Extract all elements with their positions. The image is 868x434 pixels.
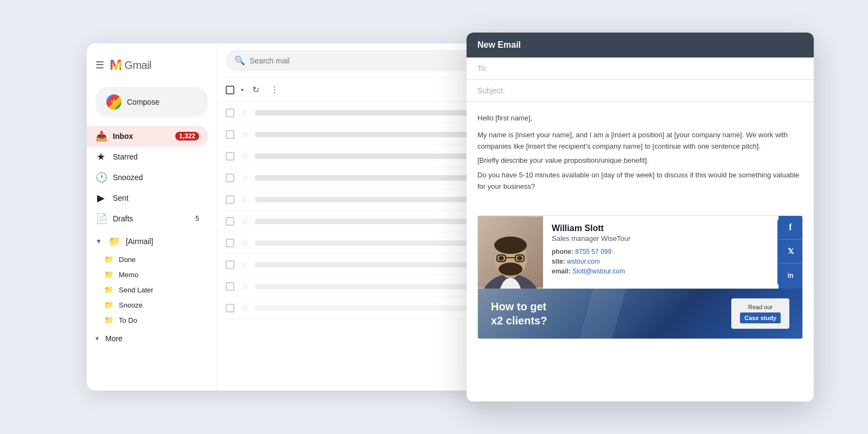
compose-button[interactable]: + Compose [95,87,208,117]
email-checkbox[interactable] [226,130,234,139]
sidebar-item-done[interactable]: 📁 Done [87,252,216,267]
twitter-button[interactable]: 𝕏 [778,240,802,264]
compose-to-field[interactable]: To: [467,58,814,80]
sidebar-item-sent[interactable]: ▶ Sent [87,188,208,208]
starred-icon: ★ [95,151,106,163]
email-preview [255,175,490,181]
email-preview [255,219,490,224]
search-input[interactable] [250,56,482,65]
email-preview [255,284,490,289]
snooze-folder-icon: 📁 [104,301,113,309]
signature-social: f 𝕏 in [778,216,802,289]
star-icon[interactable]: ☆ [241,259,248,270]
sidebar-item-send-later[interactable]: 📁 Send Later [87,282,216,297]
signature-email: email: Slott@wstour.com [552,267,769,275]
star-icon[interactable]: ☆ [241,194,248,205]
email-preview [255,240,490,246]
drafts-label: Drafts [113,214,133,223]
svg-point-6 [494,237,527,254]
table-row[interactable]: ☆ [217,145,499,167]
email-preview [255,132,490,137]
table-row[interactable]: ☆ [217,232,499,254]
facebook-button[interactable]: f [778,216,802,240]
table-row[interactable]: ☆ [217,276,499,297]
banner-diagonal [580,289,626,339]
star-icon[interactable]: ☆ [241,303,248,313]
email-checkbox[interactable] [226,108,234,117]
gmail-m-icon: M [110,56,122,74]
email-toolbar: 🔍 [217,43,499,78]
svg-point-7 [499,263,522,276]
compose-subject-field[interactable]: Subject: [467,80,814,102]
sidebar-item-inbox[interactable]: 📥 Inbox 1,322 [87,126,208,146]
more-chevron-icon: ▾ [95,335,99,342]
body-greeting: Hello [first name], [477,113,803,124]
airmail-label: [Airmail] [126,237,154,246]
signature-inner: William Slott Sales manager WiseTour pho… [478,216,802,289]
compose-window-title: New Email [477,40,521,49]
table-row[interactable]: ☆ [217,254,499,276]
table-row[interactable]: ☆ [217,167,499,189]
gmail-window: ☰ M Gmail + Compose 📥 Inbox 1,322 ★ Star… [87,43,499,391]
select-all-checkbox[interactable] [226,86,234,94]
phone-label: phone: [552,248,573,256]
email-checkbox[interactable] [226,217,234,226]
phone-value: 8755 57 099 [575,248,611,256]
table-row[interactable]: ☆ [217,210,499,232]
star-icon[interactable]: ☆ [241,216,248,226]
table-row[interactable]: ☆ [217,124,499,145]
compose-body[interactable]: Hello [first name], My name is [insert y… [467,102,814,207]
facebook-icon: f [789,222,792,232]
linkedin-icon: in [788,272,794,279]
banner-cta-top: Read our [740,304,781,310]
gmail-logo: M Gmail [110,56,151,74]
email-checkbox[interactable] [226,304,234,312]
email-checkbox[interactable] [226,152,234,161]
star-icon[interactable]: ☆ [241,151,248,161]
email-checkbox[interactable] [226,260,234,269]
inbox-badge: 1,322 [175,132,199,141]
banner-cta[interactable]: Read our Case study [731,298,789,329]
star-icon[interactable]: ☆ [241,238,248,248]
sidebar-item-snooze[interactable]: 📁 Snooze [87,297,216,312]
email-checkbox[interactable] [226,195,234,204]
airmail-chevron-icon: ▼ [95,238,102,245]
more-options-button[interactable]: ⋮ [268,82,281,97]
twitter-icon: 𝕏 [788,247,794,256]
email-checkbox[interactable] [226,174,234,182]
sent-icon: ▶ [95,192,106,204]
send-later-label: Send Later [119,286,154,294]
table-row[interactable]: ☆ [217,297,499,319]
sidebar-item-more[interactable]: ▾ More [87,330,208,347]
gmail-header: ☰ M Gmail [87,52,216,82]
sidebar-item-starred[interactable]: ★ Starred [87,146,208,167]
email-checkbox[interactable] [226,282,234,291]
sidebar-item-memo[interactable]: 📁 Memo [87,267,216,282]
sidebar-item-drafts[interactable]: 📄 Drafts 5 [87,208,208,229]
compose-window: New Email To: Subject: Hello [first name… [467,33,814,401]
signature-photo [478,216,543,289]
sidebar-item-todo[interactable]: 📁 To Do [87,312,216,328]
search-bar[interactable]: 🔍 [226,50,490,71]
sidebar-item-airmail[interactable]: ▼ 📁 [Airmail] [87,231,208,252]
star-icon[interactable]: ☆ [241,107,248,118]
dropdown-arrow-icon[interactable]: ▾ [241,87,244,93]
sidebar-item-snoozed[interactable]: 🕐 Snoozed [87,167,208,188]
linkedin-button[interactable]: in [778,264,802,288]
drafts-icon: 📄 [95,213,106,225]
star-icon[interactable]: ☆ [241,129,248,139]
body-paragraph1: My name is [insert your name], and I am … [477,130,803,152]
done-label: Done [119,256,136,264]
email-checkbox[interactable] [226,239,234,247]
inbox-label: Inbox [113,132,133,141]
signature-banner: How to get x2 clients? Read our Case stu… [478,289,802,339]
hamburger-icon[interactable]: ☰ [95,59,104,71]
memo-label: Memo [119,271,138,279]
signature-title: Sales manager WiseTour [552,234,769,242]
table-row[interactable]: ☆ [217,189,499,210]
refresh-button[interactable]: ↻ [250,82,261,97]
star-icon[interactable]: ☆ [241,173,248,183]
star-icon[interactable]: ☆ [241,281,248,291]
signature-name: William Slott [552,224,769,233]
table-row[interactable]: ☆ [217,102,499,124]
